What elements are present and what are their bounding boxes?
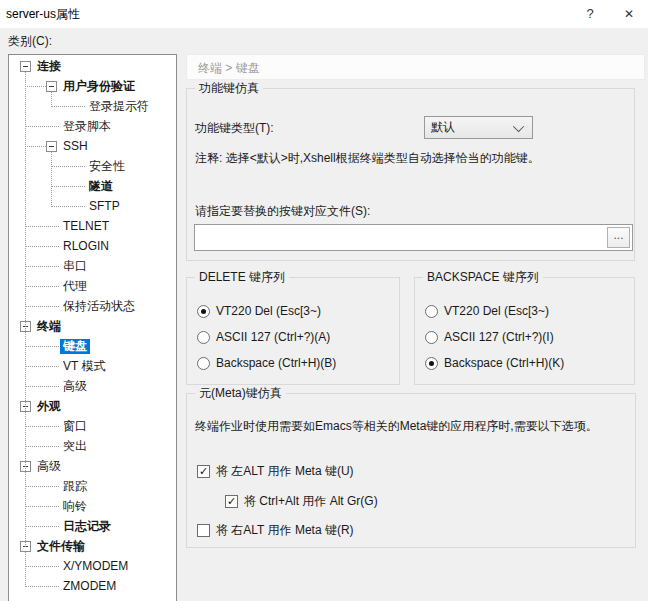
meta-key-group: 元(Meta)键仿真 终端作业时使用需要如Emacs等相关的Meta键的应用程序… (186, 393, 636, 548)
tree-item[interactable]: 高级 (9, 457, 176, 477)
radio-option-label: VT220 Del (Esc[3~) (444, 304, 549, 318)
tree-item[interactable]: 外观 (9, 397, 176, 417)
tree-item[interactable]: TELNET (9, 217, 176, 237)
tree-connector (25, 366, 59, 367)
tree-item-label: 登录提示符 (86, 99, 152, 114)
radio-option-label: Backspace (Ctrl+H)(B) (216, 356, 336, 370)
radio-option[interactable]: ASCII 127 (Ctrl+?)(I) (425, 328, 554, 346)
tree-connector (25, 126, 59, 127)
function-key-note: 注释: 选择<默认>时,Xshell根据终端类型自动选择恰当的功能键。 (195, 150, 540, 166)
tree-guide-line (51, 92, 52, 107)
close-button[interactable]: ✕ (610, 0, 648, 28)
tree-item[interactable]: 窗口 (9, 417, 176, 437)
checkbox-option[interactable]: ✓将 Ctrl+Alt 用作 Alt Gr(G) (225, 492, 378, 510)
tree-item[interactable]: 文件传输 (9, 537, 176, 557)
tree-expander-icon[interactable] (46, 141, 57, 152)
tree-item[interactable]: SFTP (9, 197, 176, 217)
function-key-type-select[interactable]: 默认 (424, 116, 533, 139)
checkbox-icon: ✓ (225, 495, 238, 508)
backspace-sequence-group-title: BACKSPACE 键序列 (423, 270, 543, 285)
tree-item[interactable]: 串口 (9, 257, 176, 277)
tree-connector (25, 266, 59, 267)
tree-item[interactable]: RLOGIN (9, 237, 176, 257)
tree-item[interactable]: VT 模式 (9, 357, 176, 377)
tree-item-label: SSH (60, 139, 91, 154)
checkbox-icon: ✓ (197, 465, 210, 478)
tree-connector (51, 206, 85, 207)
checkbox-label: 将 左ALT 用作 Meta 键(U) (216, 463, 354, 480)
tree-item-label: 外观 (34, 399, 64, 414)
tree-expander-icon[interactable] (46, 81, 57, 92)
keymap-file-input[interactable]: ... (194, 224, 633, 251)
tree-item[interactable]: ZMODEM (9, 577, 176, 597)
tree-connector (51, 106, 85, 107)
checkbox-option[interactable]: ✓将 左ALT 用作 Meta 键(U) (197, 462, 354, 480)
breadcrumb-text: 终端 > 键盘 (198, 61, 260, 75)
radio-option[interactable]: Backspace (Ctrl+H)(K) (425, 354, 564, 372)
tree-item[interactable]: 登录提示符 (9, 97, 176, 117)
radio-option-label: Backspace (Ctrl+H)(K) (444, 356, 564, 370)
tree-item-label: 代理 (60, 279, 90, 294)
help-button[interactable]: ? (570, 0, 610, 28)
tree-item[interactable]: 登录脚本 (9, 117, 176, 137)
tree-item[interactable]: 隧道 (9, 177, 176, 197)
tree-connector (25, 426, 59, 427)
tree-item[interactable]: 代理 (9, 277, 176, 297)
tree-item-label: 登录脚本 (60, 119, 114, 134)
tree-item[interactable]: X/YMODEM (9, 557, 176, 577)
tree-item-label: 窗口 (60, 419, 90, 434)
tree-item[interactable]: 跟踪 (9, 477, 176, 497)
meta-key-group-title: 元(Meta)键仿真 (195, 386, 286, 401)
tree-item[interactable]: 保持活动状态 (9, 297, 176, 317)
tree-item[interactable]: 键盘 (9, 337, 176, 357)
tree-connector (25, 566, 59, 567)
tree-connector (25, 526, 59, 527)
delete-sequence-group-title: DELETE 键序列 (195, 270, 289, 285)
tree-item-label: 隧道 (86, 179, 116, 194)
browse-button[interactable]: ... (607, 227, 630, 248)
tree-connector (25, 246, 59, 247)
chevron-down-icon (513, 120, 524, 131)
tree-connector (25, 506, 59, 507)
radio-option[interactable]: ASCII 127 (Ctrl+?)(A) (197, 328, 330, 346)
tree-guide-line (25, 72, 26, 547)
radio-icon (425, 305, 438, 318)
tree-item[interactable]: 连接 (9, 57, 176, 77)
tree-item-label: 用户身份验证 (60, 79, 138, 94)
tree-item-label: 串口 (60, 259, 90, 274)
checkbox-option[interactable]: 将 右ALT 用作 Meta 键(R) (197, 521, 354, 539)
tree-item[interactable]: 高级 (9, 377, 176, 397)
function-key-group-title: 功能键仿真 (195, 81, 263, 96)
tree-item[interactable]: SSH (9, 137, 176, 157)
tree-connector (25, 306, 59, 307)
tree-item-label: 终端 (34, 319, 64, 334)
radio-option[interactable]: Backspace (Ctrl+H)(B) (197, 354, 336, 372)
tree-item-label: 键盘 (60, 339, 90, 354)
function-key-type-value: 默认 (431, 119, 455, 136)
tree-item-label: 保持活动状态 (60, 299, 138, 314)
radio-option[interactable]: VT220 Del (Esc[3~) (425, 302, 549, 320)
tree-item-label: SFTP (86, 199, 123, 214)
properties-dialog: server-us属性 ? ✕ 类别(C): 连接用户身份验证登录提示符登录脚本… (0, 0, 648, 601)
checkbox-icon (197, 524, 210, 537)
tree-item[interactable]: 安全性 (9, 157, 176, 177)
tree-expander-icon[interactable] (20, 61, 31, 72)
tree-item[interactable]: 响铃 (9, 497, 176, 517)
backspace-sequence-group: BACKSPACE 键序列 VT220 Del (Esc[3~)ASCII 12… (414, 277, 635, 385)
tree-connector (51, 186, 85, 187)
radio-icon (425, 357, 438, 370)
radio-option[interactable]: VT220 Del (Esc[3~) (197, 302, 321, 320)
tree-item[interactable]: 终端 (9, 317, 176, 337)
tree-item[interactable]: 用户身份验证 (9, 77, 176, 97)
tree-connector (25, 586, 59, 587)
tree-connector (25, 386, 59, 387)
tree-connector (25, 446, 59, 447)
tree-item-label: 高级 (34, 459, 64, 474)
tree-connector (25, 346, 59, 347)
tree-item-label: ZMODEM (60, 579, 119, 594)
tree-connector (25, 486, 59, 487)
tree-item[interactable]: 日志记录 (9, 517, 176, 537)
window-title: server-us属性 (6, 0, 80, 28)
tree-item[interactable]: 突出 (9, 437, 176, 457)
checkbox-label: 将 右ALT 用作 Meta 键(R) (216, 522, 354, 539)
